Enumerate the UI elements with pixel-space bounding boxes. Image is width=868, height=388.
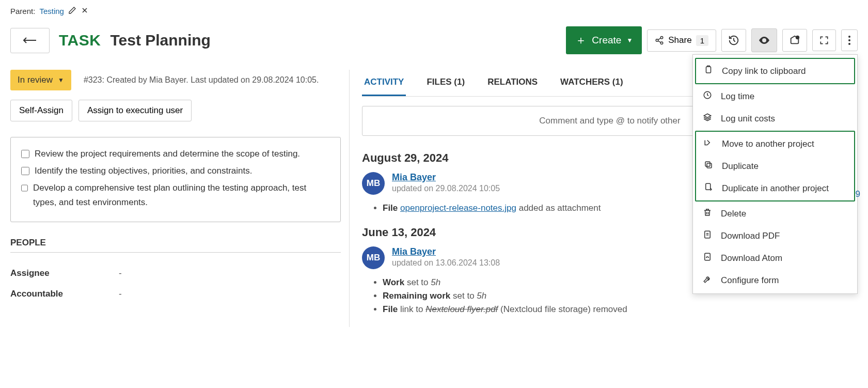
page-title[interactable]: Test Planning [110,32,210,49]
change-mid: set to [450,291,477,301]
accountable-label: Accountable [10,289,77,299]
accountable-value[interactable]: - [119,289,122,299]
avatar[interactable]: MB [362,246,385,269]
assign-executing-user-button[interactable]: Assign to executing user [78,100,192,121]
author-link[interactable]: Mia Bayer [392,246,436,257]
fullscreen-button[interactable] [812,29,836,51]
svg-rect-10 [705,162,710,166]
status-dropdown[interactable]: In review ▼ [10,70,71,90]
avatar[interactable]: MB [362,172,385,195]
assignee-label: Assignee [10,268,77,278]
activity-number-link[interactable]: 9 [856,189,860,199]
parent-link[interactable]: Testing [39,7,64,15]
tab-files[interactable]: FILES (1) [424,70,467,96]
svg-point-2 [661,42,664,44]
description-box[interactable]: Review the project requirements and dete… [10,137,341,222]
menu-label: Log time [721,91,754,102]
self-assign-button[interactable]: Self-Assign [10,100,72,121]
layers-icon [702,113,713,125]
change-value: 5h [431,277,440,287]
menu-delete[interactable]: Delete [693,203,857,225]
wrench-icon [702,274,713,286]
divider [10,252,341,253]
change-field: Remaining work [383,291,450,301]
checkbox[interactable] [21,184,28,192]
menu-label: Download PDF [721,231,780,241]
activity-change-item: File link to Nextcloud flyer.pdf (Nextcl… [383,304,858,315]
create-button[interactable]: ＋ Create ▼ [566,26,642,54]
tab-watchers[interactable]: WATCHERS (1) [558,70,625,96]
menu-log-costs[interactable]: Log unit costs [693,107,857,130]
share-label: Share [668,35,691,45]
checklist-item: Identify the testing objectives, priorit… [21,164,330,178]
create-label: Create [592,35,621,46]
svg-point-6 [848,43,850,45]
eye-icon [758,34,770,46]
file-link[interactable]: openproject-release-notes.jpg [400,203,516,213]
kebab-icon [848,35,851,45]
duplicate-project-icon [703,182,714,194]
menu-move-project[interactable]: Move to another project [696,133,854,155]
watch-button[interactable] [751,28,777,52]
menu-highlight-group: Move to another project Duplicate Duplic… [695,131,855,201]
clock-icon [702,90,713,102]
menu-label: Configure form [721,275,779,286]
svg-point-0 [661,37,664,39]
change-deleted: Nextcloud flyer.pdf [425,304,498,314]
svg-rect-7 [706,67,711,73]
parent-label: Parent: [10,7,35,15]
menu-label: Copy link to clipboard [722,66,806,76]
menu-duplicate-other[interactable]: Duplicate in another project [696,177,854,199]
tab-activity[interactable]: ACTIVITY [362,70,406,96]
change-mid: set to [404,277,431,287]
checklist-item: Review the project requirements and dete… [21,147,330,161]
menu-highlight-group: Copy link to clipboard [695,58,855,84]
change-suffix: added as attachment [519,203,601,213]
change-mid: link to [398,304,425,314]
menu-configure-form[interactable]: Configure form [693,269,857,291]
menu-label: Move to another project [722,139,814,149]
checkbox[interactable] [21,150,29,158]
change-field: File [383,304,398,314]
menu-copy-link[interactable]: Copy link to clipboard [696,60,854,82]
checklist-item: Develop a comprehensive test plan outlin… [21,181,330,209]
tab-relations[interactable]: RELATIONS [485,70,540,96]
notifications-button[interactable] [782,29,807,52]
svg-point-4 [848,36,850,38]
work-package-type: TASK [59,32,101,49]
checkbox[interactable] [21,167,29,175]
svg-point-5 [848,39,850,41]
history-icon [728,35,739,46]
share-button[interactable]: Share 1 [647,29,716,52]
caret-down-icon: ▼ [58,76,64,84]
pdf-icon [702,230,713,242]
more-menu-button[interactable] [841,29,858,51]
menu-label: Download Atom [721,253,782,263]
people-section-title: PEOPLE [10,238,341,248]
menu-log-time[interactable]: Log time [693,85,857,107]
author-link[interactable]: Mia Bayer [392,172,436,182]
back-button[interactable] [10,28,50,53]
checklist-item-text: Identify the testing objectives, priorit… [35,164,252,178]
plus-icon: ＋ [575,33,587,48]
checklist-item-text: Review the project requirements and dete… [35,147,300,161]
activity-history-button[interactable] [721,29,746,52]
menu-duplicate[interactable]: Duplicate [696,155,854,177]
assignee-value[interactable]: - [119,268,122,278]
atom-icon [702,252,713,264]
bell-icon [789,35,800,46]
clipboard-icon [703,65,714,77]
menu-download-pdf[interactable]: Download PDF [693,225,857,247]
edit-parent-icon[interactable] [68,6,76,16]
change-value: 5h [477,291,486,301]
menu-download-atom[interactable]: Download Atom [693,247,857,269]
menu-label: Duplicate [722,161,759,172]
remove-parent-icon[interactable] [81,6,89,16]
status-label: In review [18,75,53,85]
share-count: 1 [696,35,708,46]
svg-rect-11 [706,183,711,190]
change-field: Work [383,277,404,287]
svg-point-3 [796,36,799,39]
checklist-item-text: Develop a comprehensive test plan outlin… [33,181,330,209]
trash-icon [702,208,713,220]
